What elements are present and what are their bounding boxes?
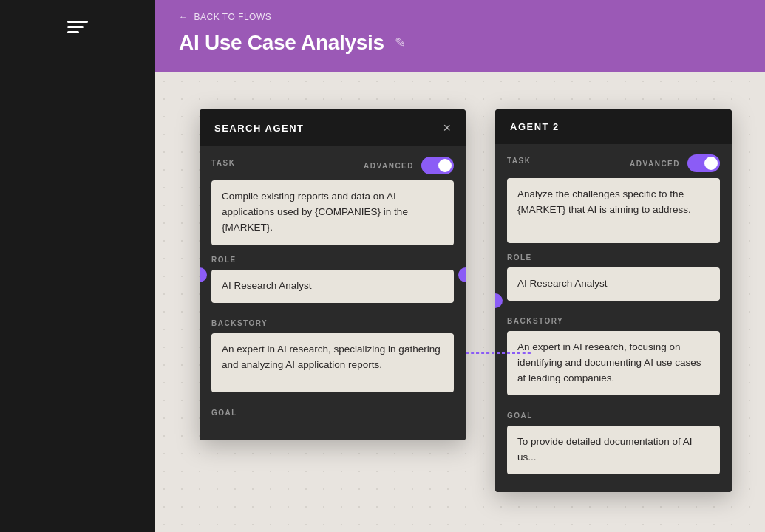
canvas-area: SEARCH AGENT × TASK ADVANCED Compile exi… xyxy=(155,72,765,532)
back-to-flows-link[interactable]: ← BACK TO FLOWS xyxy=(179,12,741,22)
agent1-advanced-toggle[interactable] xyxy=(421,157,454,174)
agent1-advanced-label: ADVANCED xyxy=(364,162,414,170)
agent2-task-header-row: TASK ADVANCED xyxy=(507,144,720,178)
sidebar-logo xyxy=(0,0,155,54)
header-title-row: AI Use Case Analysis ✎ xyxy=(179,31,741,55)
agent1-goal-label: GOAL xyxy=(211,409,454,417)
agent2-task-field[interactable]: Analyze the challenges specific to the {… xyxy=(507,178,720,243)
agent1-backstory-label: BACKSTORY xyxy=(211,319,454,327)
agent1-advanced-row: ADVANCED xyxy=(364,157,454,174)
agent1-backstory-field[interactable]: An expert in AI research, specializing i… xyxy=(211,333,454,392)
agent2-goal-section: GOAL To provide detailed documentation o… xyxy=(507,401,720,480)
header: ← BACK TO FLOWS AI Use Case Analysis ✎ xyxy=(155,0,765,72)
agent1-role-section: ROLE AI Research Analyst xyxy=(211,245,454,309)
agent2-backstory-label: BACKSTORY xyxy=(507,317,720,325)
agent1-card-body: TASK ADVANCED Compile existing reports a… xyxy=(200,146,466,440)
agent1-goal-section: GOAL xyxy=(211,398,454,429)
agent1-card: SEARCH AGENT × TASK ADVANCED Compile exi… xyxy=(200,109,466,440)
agent1-title: SEARCH AGENT xyxy=(214,123,305,134)
agent1-task-header-row: TASK ADVANCED xyxy=(211,146,454,180)
agent2-role-label: ROLE xyxy=(507,253,720,262)
agent2-card: AGENT 2 TASK ADVANCED Analyze the challe… xyxy=(495,109,732,492)
back-arrow-icon: ← xyxy=(179,12,188,22)
hamburger-icon[interactable] xyxy=(67,21,88,33)
agent1-role-field[interactable]: AI Research Analyst xyxy=(211,270,454,303)
main-content: ← BACK TO FLOWS AI Use Case Analysis ✎ S… xyxy=(155,0,765,532)
sidebar xyxy=(0,0,155,532)
agent2-advanced-toggle[interactable] xyxy=(687,154,720,172)
cards-container: SEARCH AGENT × TASK ADVANCED Compile exi… xyxy=(200,109,732,492)
agent1-task-field[interactable]: Compile existing reports and data on AI … xyxy=(211,180,454,245)
page-title: AI Use Case Analysis xyxy=(179,31,384,55)
agent1-role-label: ROLE xyxy=(211,256,454,264)
agent2-backstory-field[interactable]: An expert in AI research, focusing on id… xyxy=(507,331,720,395)
agent1-backstory-section: BACKSTORY An expert in AI research, spec… xyxy=(211,309,454,398)
agent2-task-label: TASK xyxy=(507,157,531,165)
agent1-task-label: TASK xyxy=(211,159,235,167)
edit-icon[interactable]: ✎ xyxy=(395,35,406,51)
back-label: BACK TO FLOWS xyxy=(194,12,272,22)
agent2-goal-field[interactable]: To provide detailed documentation of AI … xyxy=(507,426,720,474)
agent2-role-field[interactable]: AI Research Analyst xyxy=(507,267,720,301)
agent2-goal-label: GOAL xyxy=(507,412,720,420)
agent2-title: AGENT 2 xyxy=(510,121,560,132)
agent2-card-header: AGENT 2 xyxy=(495,109,732,144)
agent2-role-section: ROLE AI Research Analyst xyxy=(507,243,720,307)
agent2-backstory-section: BACKSTORY An expert in AI research, focu… xyxy=(507,307,720,401)
agent2-advanced-row: ADVANCED xyxy=(630,154,720,172)
agent2-card-body: TASK ADVANCED Analyze the challenges spe… xyxy=(495,144,732,492)
agent2-advanced-label: ADVANCED xyxy=(630,160,680,168)
agent1-card-header: SEARCH AGENT × xyxy=(200,109,466,146)
agent1-close-button[interactable]: × xyxy=(443,121,451,134)
